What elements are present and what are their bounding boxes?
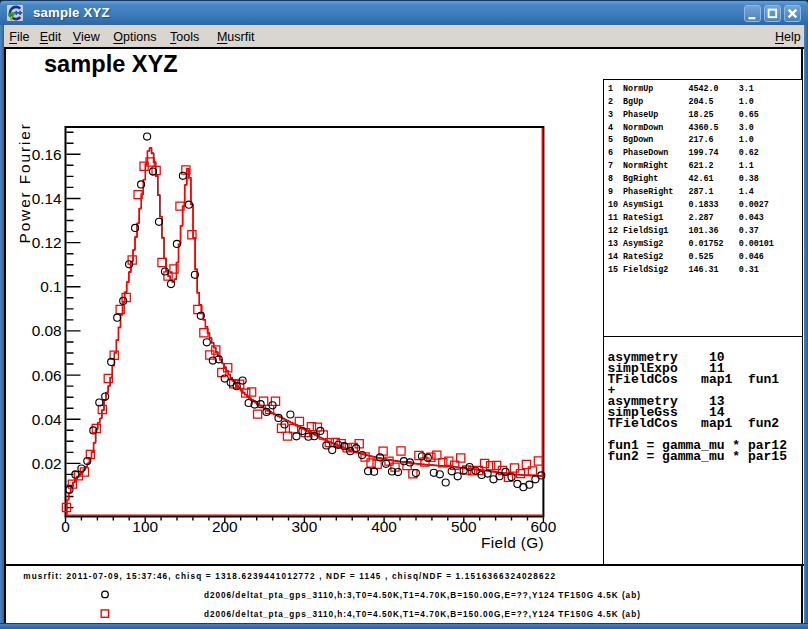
svg-text:200: 200 (212, 518, 238, 535)
svg-text:0.08: 0.08 (32, 322, 62, 339)
svg-text:300: 300 (292, 518, 318, 535)
svg-text:400: 400 (371, 518, 397, 535)
svg-text:Field (G): Field (G) (481, 534, 544, 551)
svg-text:500: 500 (451, 518, 477, 535)
svg-text:0.04: 0.04 (32, 411, 62, 428)
svg-text:0.12: 0.12 (32, 234, 62, 251)
svg-text:Power Fourier: Power Fourier (16, 122, 33, 243)
svg-text:0.1: 0.1 (40, 278, 61, 295)
svg-text:100: 100 (132, 518, 158, 535)
svg-text:0.16: 0.16 (32, 146, 62, 163)
svg-text:600: 600 (531, 518, 557, 535)
svg-text:0.14: 0.14 (32, 190, 62, 207)
svg-text:0.02: 0.02 (32, 455, 62, 472)
svg-text:0: 0 (61, 518, 70, 535)
svg-text:0.06: 0.06 (32, 367, 62, 384)
